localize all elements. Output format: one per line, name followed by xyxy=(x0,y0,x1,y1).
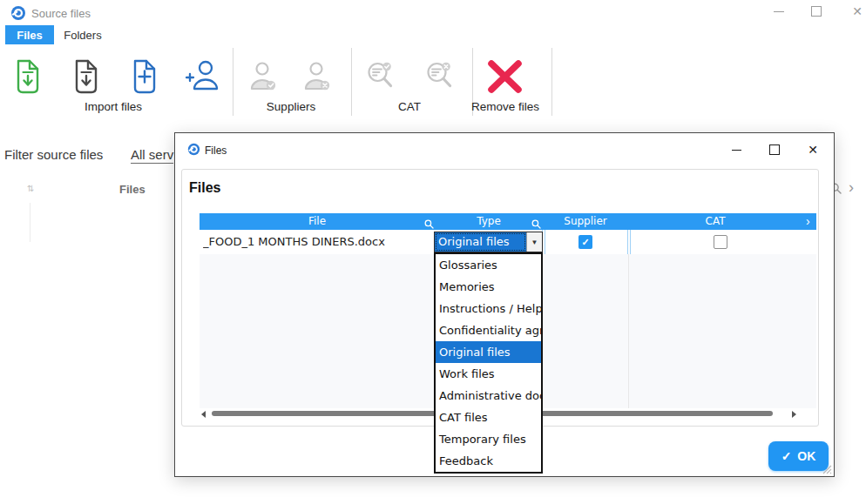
add-supplier-icon[interactable] xyxy=(186,59,219,96)
dialog-logo-icon xyxy=(187,143,200,159)
background-column-header: Files xyxy=(119,183,145,196)
column-header-type[interactable]: Type xyxy=(435,213,543,230)
cat-checkbox[interactable] xyxy=(714,235,727,249)
ok-button-label: OK xyxy=(797,449,815,463)
maximize-button[interactable] xyxy=(803,3,829,20)
grid-header: File Type Supplier CAT › xyxy=(200,213,816,230)
window-title: Source files xyxy=(31,7,91,20)
ok-check-icon: ✓ xyxy=(781,449,792,463)
tab-folders[interactable]: Folders xyxy=(54,25,112,44)
scroll-columns-chevron-icon[interactable]: › xyxy=(806,214,810,229)
dialog-close-button[interactable]: ✕ xyxy=(799,140,827,159)
dropdown-option[interactable]: Instructions / Help xyxy=(436,298,541,319)
combobox-dropdown-arrow-icon[interactable]: ▼ xyxy=(526,232,542,252)
minimize-button[interactable] xyxy=(766,3,792,20)
cat-assign-icon[interactable] xyxy=(366,61,396,96)
resize-grip[interactable] xyxy=(820,462,832,478)
toolbar-separator xyxy=(551,48,552,116)
dialog-title: Files xyxy=(205,144,227,157)
column-header-cat[interactable]: CAT xyxy=(628,213,802,230)
dropdown-option[interactable]: Administrative doc xyxy=(436,385,541,407)
dropdown-option[interactable]: Feedback xyxy=(436,450,541,472)
filter-source-files-label: Filter source files xyxy=(4,147,103,162)
cell-separator xyxy=(630,230,631,254)
close-button[interactable]: ✕ xyxy=(844,3,866,20)
dropdown-option[interactable]: Temporary files xyxy=(436,428,541,450)
import-file-dark-icon[interactable] xyxy=(71,59,100,97)
dropdown-option[interactable]: Memories xyxy=(436,276,541,298)
cell-separator xyxy=(627,230,628,254)
sort-icon[interactable]: ⇅ xyxy=(27,184,33,193)
dialog-heading: Files xyxy=(189,180,220,196)
background-chevron-right-icon[interactable]: › xyxy=(849,179,854,195)
app-logo-icon xyxy=(10,5,26,24)
background-table-line xyxy=(30,203,30,242)
dropdown-option[interactable]: Confidentiality agr xyxy=(436,319,541,341)
supplier-assign-icon[interactable] xyxy=(248,61,278,96)
toolbar-group-label-suppliers: Suppliers xyxy=(247,100,335,113)
column-header-file[interactable]: File xyxy=(200,213,435,230)
supplier-remove-icon[interactable] xyxy=(302,61,332,96)
dropdown-option[interactable]: CAT files xyxy=(436,407,541,428)
dropdown-option[interactable]: Work files xyxy=(436,363,541,385)
dialog-minimize-button[interactable] xyxy=(722,140,750,159)
remove-files-icon[interactable] xyxy=(484,57,525,99)
type-dropdown-list: Glossaries Memories Instructions / Help … xyxy=(434,252,543,474)
type-combobox[interactable]: Original files ▼ xyxy=(434,232,543,252)
supplier-checkbox[interactable]: ✓ xyxy=(578,235,592,249)
dropdown-option-selected[interactable]: Original files xyxy=(436,341,541,363)
file-name-cell: _FOOD_1 MONTHS DINERS.docx xyxy=(203,230,431,253)
dropdown-option[interactable]: Glossaries xyxy=(436,254,541,276)
dialog-maximize-button[interactable] xyxy=(761,140,788,159)
add-file-icon[interactable] xyxy=(129,59,159,97)
tab-files[interactable]: Files xyxy=(5,25,54,44)
toolbar-separator xyxy=(351,48,352,116)
import-file-green-icon[interactable] xyxy=(12,59,42,97)
application-window: Source files ✕ Files Folders Import file… xyxy=(0,0,866,504)
scrollbar-left-arrow[interactable] xyxy=(201,411,206,418)
filter-services-dropdown[interactable]: All serv xyxy=(131,147,173,164)
type-combobox-value: Original files xyxy=(435,232,526,252)
cat-remove-icon[interactable] xyxy=(425,61,455,96)
toolbar-separator xyxy=(233,48,233,116)
scrollbar-right-arrow[interactable] xyxy=(792,411,796,418)
toolbar-group-label-import: Import files xyxy=(70,100,157,113)
toolbar-group-label-remove: Remove files xyxy=(462,100,549,113)
toolbar-group-label-cat: CAT xyxy=(366,100,453,113)
cell-separator xyxy=(545,230,545,254)
column-header-supplier[interactable]: Supplier xyxy=(543,213,628,230)
column-divider xyxy=(628,254,629,408)
